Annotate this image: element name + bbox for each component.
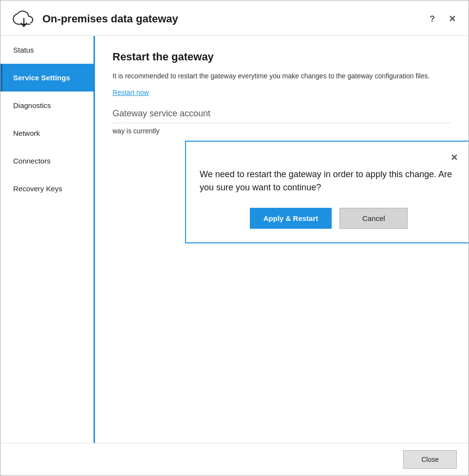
- partial-content-text: way is currently: [113, 127, 451, 135]
- apply-restart-button[interactable]: Apply & Restart: [250, 208, 332, 229]
- window-controls: ? ✕: [427, 13, 459, 25]
- footer: Close: [0, 443, 469, 476]
- main-layout: Status Service Settings Diagnostics Netw…: [0, 36, 469, 443]
- content-area: Restart the gateway It is recommended to…: [95, 36, 469, 443]
- close-button[interactable]: Close: [403, 450, 457, 469]
- main-window: On-premises data gateway ? ✕ Status Serv…: [0, 0, 469, 476]
- help-button[interactable]: ?: [427, 13, 438, 25]
- cancel-button[interactable]: Cancel: [339, 208, 408, 229]
- dialog-close-row: ✕: [200, 153, 458, 162]
- sidebar: Status Service Settings Diagnostics Netw…: [0, 36, 95, 443]
- sidebar-item-network[interactable]: Network: [0, 119, 94, 147]
- gateway-service-account-title: Gateway service account: [113, 109, 451, 123]
- window-title: On-premises data gateway: [42, 13, 427, 25]
- section-title: Restart the gateway: [113, 51, 451, 63]
- sidebar-item-diagnostics[interactable]: Diagnostics: [0, 92, 94, 119]
- section-description: It is recommended to restart the gateway…: [113, 71, 451, 81]
- dialog-message: We need to restart the gateway in order …: [200, 168, 458, 194]
- dialog-actions: Apply & Restart Cancel: [200, 208, 458, 229]
- sidebar-item-status[interactable]: Status: [0, 36, 94, 64]
- window-close-button[interactable]: ✕: [446, 13, 459, 25]
- title-bar: On-premises data gateway ? ✕: [0, 0, 469, 36]
- sidebar-item-recovery-keys[interactable]: Recovery Keys: [0, 175, 94, 202]
- app-icon: [12, 9, 36, 29]
- restart-now-link[interactable]: Restart now: [113, 89, 149, 96]
- sidebar-item-connectors[interactable]: Connectors: [0, 147, 94, 175]
- sidebar-item-service-settings[interactable]: Service Settings: [0, 64, 94, 92]
- dialog-close-button[interactable]: ✕: [450, 153, 458, 162]
- confirm-dialog: ✕ We need to restart the gateway in orde…: [185, 141, 469, 243]
